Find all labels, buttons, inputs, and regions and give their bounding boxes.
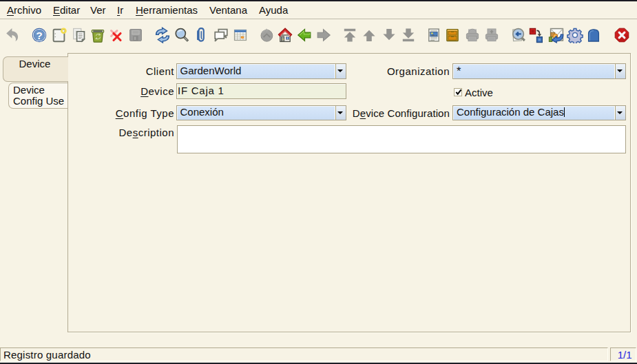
svg-text:?: ?	[36, 30, 42, 41]
